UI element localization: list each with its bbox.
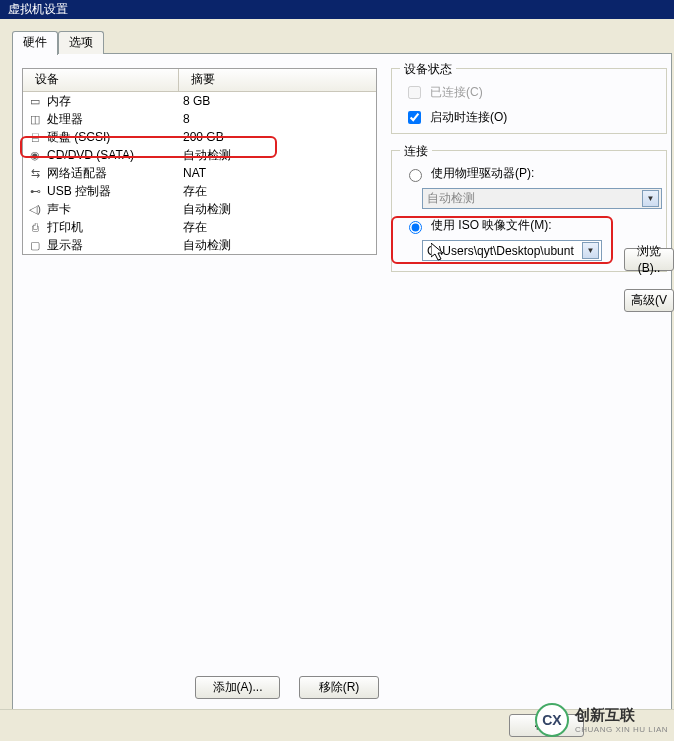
watermark-text: 创新互联 CHUANG XIN HU LIAN [575,706,668,734]
table-row[interactable]: ◫ 处理器 8 [23,110,376,128]
device-name: 内存 [47,93,183,110]
checkbox-connect-on-power[interactable] [408,111,421,124]
checkbox-connected [408,86,421,99]
watermark-logo: CX [535,703,569,737]
iso-path-combo[interactable]: C:\Users\qyt\Desktop\ubunt ▼ [422,240,602,261]
device-summary: 存在 [183,183,376,200]
checkbox-connected-row: 已连接(C) [404,83,656,102]
advanced-button-label: 高级(V [631,292,667,309]
device-summary: 自动检测 [183,237,376,254]
radio-iso-file-label: 使用 ISO 映像文件(M): [431,217,552,234]
browse-button[interactable]: 浏览(B).. [624,248,674,271]
hardware-table-header: 设备 摘要 [23,69,376,92]
hardware-table: 设备 摘要 ▭ 内存 8 GB ◫ 处理器 8 ⌸ 硬盘 (SCSI) 200 … [22,68,377,255]
printer-icon: ⎙ [27,219,43,235]
radio-iso-file[interactable] [409,221,422,234]
add-button[interactable]: 添加(A)... [195,676,280,699]
tab-options[interactable]: 选项 [58,31,104,54]
memory-icon: ▭ [27,93,43,109]
hardware-table-body: ▭ 内存 8 GB ◫ 处理器 8 ⌸ 硬盘 (SCSI) 200 GB ◉ C… [23,92,376,254]
radio-physical-drive[interactable] [409,169,422,182]
device-summary: 自动检测 [183,201,376,218]
device-summary: 存在 [183,219,376,236]
tab-hardware[interactable]: 硬件 [12,31,58,55]
group-legend-status: 设备状态 [400,61,456,78]
remove-button-label: 移除(R) [319,679,360,696]
table-row[interactable]: ⌸ 硬盘 (SCSI) 200 GB [23,128,376,146]
checkbox-connect-on-power-row[interactable]: 启动时连接(O) [404,108,656,127]
add-button-label: 添加(A)... [213,679,263,696]
table-row[interactable]: ▢ 显示器 自动检测 [23,236,376,254]
display-icon: ▢ [27,237,43,253]
tab-options-label: 选项 [69,35,93,49]
cpu-icon: ◫ [27,111,43,127]
titlebar: 虚拟机设置 [0,0,674,19]
device-name: USB 控制器 [47,183,183,200]
radio-physical-drive-row[interactable]: 使用物理驱动器(P): [404,165,656,182]
window-title: 虚拟机设置 [8,2,68,16]
table-row[interactable]: ◉ CD/DVD (SATA) 自动检测 [23,146,376,164]
usb-icon: ⊷ [27,183,43,199]
header-summary[interactable]: 摘要 [179,69,376,91]
hdd-icon: ⌸ [27,129,43,145]
chevron-down-icon[interactable]: ▼ [582,242,599,259]
iso-path-value: C:\Users\qyt\Desktop\ubunt [427,244,574,258]
watermark-brand: 创新互联 [575,706,668,725]
checkbox-connected-label: 已连接(C) [430,84,483,101]
advanced-button[interactable]: 高级(V [624,289,674,312]
device-name: 网络适配器 [47,165,183,182]
device-summary: 自动检测 [183,147,376,164]
device-name: 处理器 [47,111,183,128]
device-name: 显示器 [47,237,183,254]
table-row[interactable]: ⊷ USB 控制器 存在 [23,182,376,200]
table-row[interactable]: ◁) 声卡 自动检测 [23,200,376,218]
device-summary: 8 [183,112,376,126]
cd-icon: ◉ [27,147,43,163]
device-name: 打印机 [47,219,183,236]
content-area: 硬件 选项 设备 摘要 ▭ 内存 8 GB ◫ 处理器 8 [0,19,674,717]
table-row[interactable]: ⇆ 网络适配器 NAT [23,164,376,182]
checkbox-connect-on-power-label: 启动时连接(O) [430,109,507,126]
sound-icon: ◁) [27,201,43,217]
tab-hardware-label: 硬件 [23,35,47,49]
radio-iso-file-row[interactable]: 使用 ISO 映像文件(M): [404,217,656,234]
browse-button-label: 浏览(B).. [629,243,669,277]
tabs: 硬件 选项 [12,29,674,54]
physical-drive-combo: 自动检测 ▼ [422,188,662,209]
device-name: 声卡 [47,201,183,218]
physical-drive-value: 自动检测 [427,190,475,207]
chevron-down-icon: ▼ [642,190,659,207]
radio-physical-drive-label: 使用物理驱动器(P): [431,165,534,182]
device-summary: 8 GB [183,94,376,108]
table-row[interactable]: ⎙ 打印机 存在 [23,218,376,236]
device-name: 硬盘 (SCSI) [47,129,183,146]
device-summary: NAT [183,166,376,180]
nic-icon: ⇆ [27,165,43,181]
watermark-sub: CHUANG XIN HU LIAN [575,725,668,734]
watermark: CX 创新互联 CHUANG XIN HU LIAN [529,699,674,741]
device-summary: 200 GB [183,130,376,144]
device-name: CD/DVD (SATA) [47,148,183,162]
remove-button[interactable]: 移除(R) [299,676,379,699]
group-device-status: 设备状态 已连接(C) 启动时连接(O) [391,68,667,134]
table-row[interactable]: ▭ 内存 8 GB [23,92,376,110]
header-device[interactable]: 设备 [23,69,179,91]
tab-panel-hardware: 设备 摘要 ▭ 内存 8 GB ◫ 处理器 8 ⌸ 硬盘 (SCSI) 200 … [12,53,672,717]
group-legend-connection: 连接 [400,143,432,160]
